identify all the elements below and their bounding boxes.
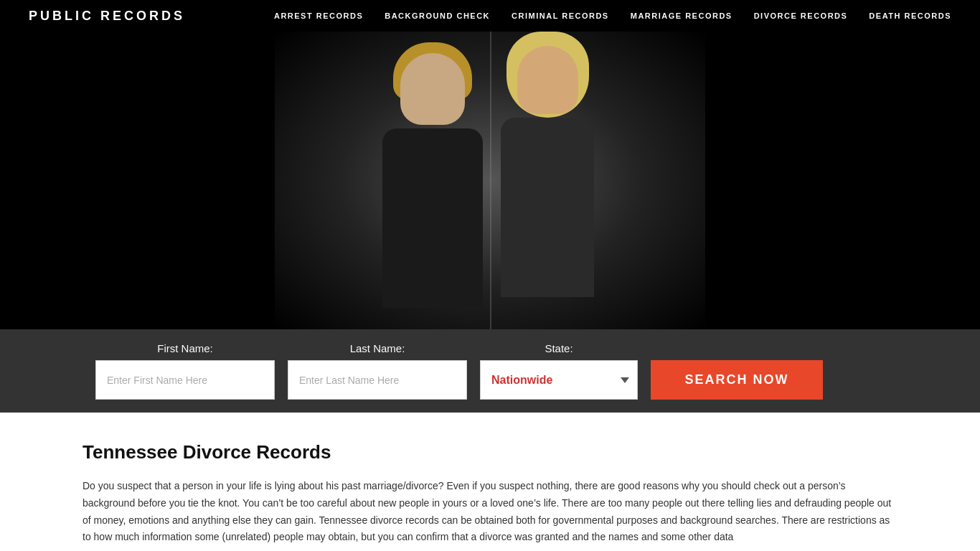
search-now-button[interactable]: SEARCH NOW — [651, 360, 823, 400]
first-name-field: First Name: — [95, 342, 275, 400]
content-paragraph: Do you suspect that a person in your lif… — [83, 478, 897, 546]
person-right-body — [501, 118, 594, 297]
person-right-hair — [507, 32, 589, 118]
state-select[interactable]: NationwideAlabamaAlaskaArizonaArkansasCa… — [480, 360, 638, 400]
first-name-label: First Name: — [95, 342, 275, 354]
header: PUBLIC RECORDS ARREST RECORDSBACKGROUND … — [0, 0, 980, 32]
person-left-head — [400, 53, 465, 125]
hero-section — [0, 32, 980, 329]
content-section: Tennessee Divorce Records Do you suspect… — [0, 413, 980, 551]
last-name-label: Last Name: — [288, 342, 467, 354]
site-logo[interactable]: PUBLIC RECORDS — [29, 9, 185, 24]
nav-item-marriage-records[interactable]: MARRIAGE RECORDS — [631, 11, 732, 20]
person-right — [483, 46, 612, 319]
state-field: State: NationwideAlabamaAlaskaArizonaArk… — [480, 342, 638, 400]
search-inner: First Name: Last Name: State: Nationwide… — [81, 329, 899, 413]
page-title: Tennessee Divorce Records — [83, 441, 897, 463]
state-label: State: — [480, 342, 638, 354]
nav-item-criminal-records[interactable]: CRIMINAL RECORDS — [512, 11, 609, 20]
person-right-head — [517, 46, 578, 114]
first-name-input[interactable] — [95, 360, 275, 400]
person-left-hair — [393, 42, 472, 100]
nav-item-divorce-records[interactable]: DIVORCE RECORDS — [754, 11, 848, 20]
hero-overlay-left — [0, 32, 251, 329]
nav-item-background-check[interactable]: BACKGROUND CHECK — [385, 11, 490, 20]
nav-item-death-records[interactable]: DEATH RECORDS — [869, 11, 951, 20]
state-select-wrapper: NationwideAlabamaAlaskaArizonaArkansasCa… — [480, 360, 638, 400]
last-name-input[interactable] — [288, 360, 467, 400]
last-name-field: Last Name: — [288, 342, 467, 400]
person-left-body — [382, 128, 483, 308]
hero-overlay-right — [729, 32, 980, 329]
main-nav: ARREST RECORDSBACKGROUND CHECKCRIMINAL R… — [274, 11, 951, 20]
nav-item-arrest-records[interactable]: ARREST RECORDS — [274, 11, 363, 20]
person-left — [368, 53, 497, 326]
search-section: First Name: Last Name: State: Nationwide… — [0, 329, 980, 413]
